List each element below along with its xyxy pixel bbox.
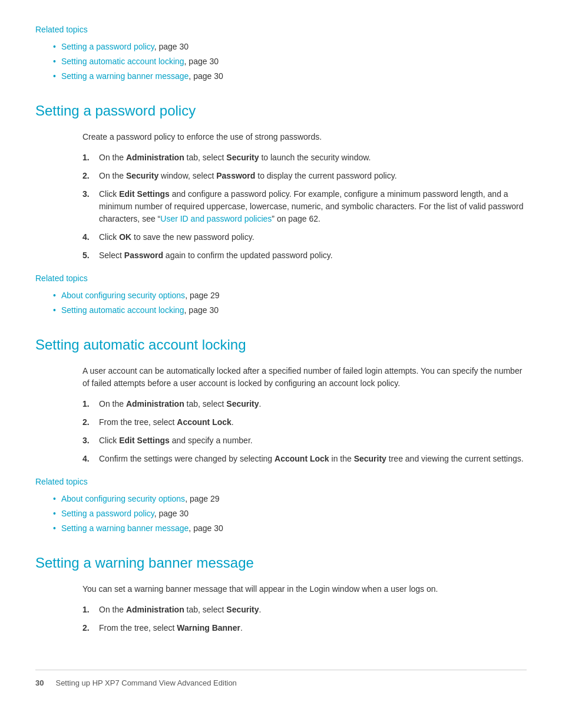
section-title-warning-banner: Setting a warning banner message [35, 552, 527, 574]
steps-password-policy: 1. On the Administration tab, select Sec… [82, 151, 527, 262]
account-locking-section: Setting automatic account locking A user… [35, 334, 527, 535]
link-about-configuring-2[interactable]: About configuring security options [61, 494, 185, 503]
link-password-policy-0[interactable]: Setting a password policy [61, 42, 154, 51]
step-num-1: 1. [82, 151, 99, 164]
list-item: Setting a warning banner message, page 3… [53, 522, 527, 535]
link-warning-banner-0[interactable]: Setting a warning banner message [61, 71, 189, 81]
step-num-al-2: 2. [82, 416, 99, 429]
step-al-2: 2. From the tree, select Account Lock. [82, 416, 527, 429]
related-topics-list-0: Setting a password policy, page 30 Setti… [53, 41, 527, 83]
section-intro-account-locking: A user account can be automatically lock… [82, 365, 527, 390]
step-al-4: 4. Confirm the settings were changed by … [82, 453, 527, 465]
step-num-wb-1: 1. [82, 604, 99, 616]
related-topics-heading-0: Related topics [35, 24, 527, 36]
step-num-2: 2. [82, 170, 99, 182]
warning-banner-section: Setting a warning banner message You can… [35, 552, 527, 634]
link-user-id-password-policies[interactable]: User ID and password policies [160, 214, 272, 223]
list-item: About configuring security options, page… [53, 493, 527, 505]
step-text-4: Click OK to save the new password policy… [99, 231, 254, 243]
step-num-al-3: 3. [82, 434, 99, 447]
step-text-al-1: On the Administration tab, select Securi… [99, 398, 261, 410]
related-topics-section-0: Related topics Setting a password policy… [35, 24, 527, 83]
list-item: Setting a password policy, page 30 [53, 41, 527, 53]
step-num-5: 5. [82, 249, 99, 262]
list-item: Setting automatic account locking, page … [53, 55, 527, 68]
link-account-locking-1[interactable]: Setting automatic account locking [61, 305, 184, 315]
step-text-wb-2: From the tree, select Warning Banner. [99, 622, 243, 634]
list-item: Setting a warning banner message, page 3… [53, 70, 527, 83]
related-topics-heading-2: Related topics [35, 476, 527, 488]
step-al-1: 1. On the Administration tab, select Sec… [82, 398, 527, 410]
link-about-configuring-1[interactable]: About configuring security options [61, 291, 185, 300]
password-policy-section: Setting a password policy Create a passw… [35, 100, 527, 317]
step-text-wb-1: On the Administration tab, select Securi… [99, 604, 261, 616]
steps-account-locking: 1. On the Administration tab, select Sec… [82, 398, 527, 465]
page-footer: 30 Setting up HP XP7 Command View Advanc… [35, 670, 527, 689]
step-num-al-4: 4. [82, 453, 99, 465]
list-item: Setting a password policy, page 30 [53, 508, 527, 520]
steps-warning-banner: 1. On the Administration tab, select Sec… [82, 604, 527, 634]
section-intro-password-policy: Create a password policy to enforce the … [82, 131, 527, 143]
section-title-password-policy: Setting a password policy [35, 100, 527, 121]
footer-title: Setting up HP XP7 Command View Advanced … [55, 677, 236, 689]
step-text-al-4: Confirm the settings were changed by sel… [99, 453, 524, 465]
related-topics-heading-1: Related topics [35, 272, 527, 285]
step-1: 1. On the Administration tab, select Sec… [82, 151, 527, 164]
step-num-al-1: 1. [82, 398, 99, 410]
step-5: 5. Select Password again to confirm the … [82, 249, 527, 262]
step-text-al-2: From the tree, select Account Lock. [99, 416, 234, 429]
link-password-policy-2[interactable]: Setting a password policy [61, 509, 154, 518]
step-2: 2. On the Security window, select Passwo… [82, 170, 527, 182]
list-item: About configuring security options, page… [53, 289, 527, 302]
step-num-3: 3. [82, 188, 99, 225]
step-num-4: 4. [82, 231, 99, 243]
list-item: Setting automatic account locking, page … [53, 304, 527, 317]
step-3: 3. Click Edit Settings and configure a p… [82, 188, 527, 225]
related-topics-list-1: About configuring security options, page… [53, 289, 527, 317]
section-intro-warning-banner: You can set a warning banner message tha… [82, 583, 527, 595]
step-text-1: On the Administration tab, select Securi… [99, 151, 371, 164]
step-wb-2: 2. From the tree, select Warning Banner. [82, 622, 527, 634]
step-wb-1: 1. On the Administration tab, select Sec… [82, 604, 527, 616]
step-4: 4. Click OK to save the new password pol… [82, 231, 527, 243]
step-text-al-3: Click Edit Settings and specify a number… [99, 434, 253, 447]
link-account-locking-0[interactable]: Setting automatic account locking [61, 57, 184, 66]
step-text-5: Select Password again to confirm the upd… [99, 249, 333, 262]
step-num-wb-2: 2. [82, 622, 99, 634]
link-warning-banner-2[interactable]: Setting a warning banner message [61, 523, 189, 533]
footer-page-number: 30 [35, 677, 44, 689]
section-title-account-locking: Setting automatic account locking [35, 334, 527, 355]
step-text-2: On the Security window, select Password … [99, 170, 397, 182]
step-text-3: Click Edit Settings and configure a pass… [99, 188, 527, 225]
related-topics-list-2: About configuring security options, page… [53, 493, 527, 535]
step-al-3: 3. Click Edit Settings and specify a num… [82, 434, 527, 447]
